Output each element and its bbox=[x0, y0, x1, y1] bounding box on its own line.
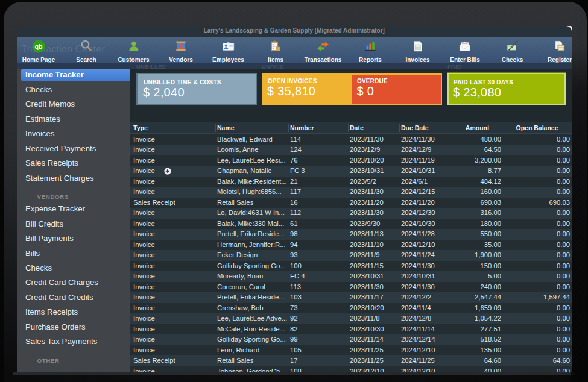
svg-text:qb: qb bbox=[35, 43, 43, 50]
